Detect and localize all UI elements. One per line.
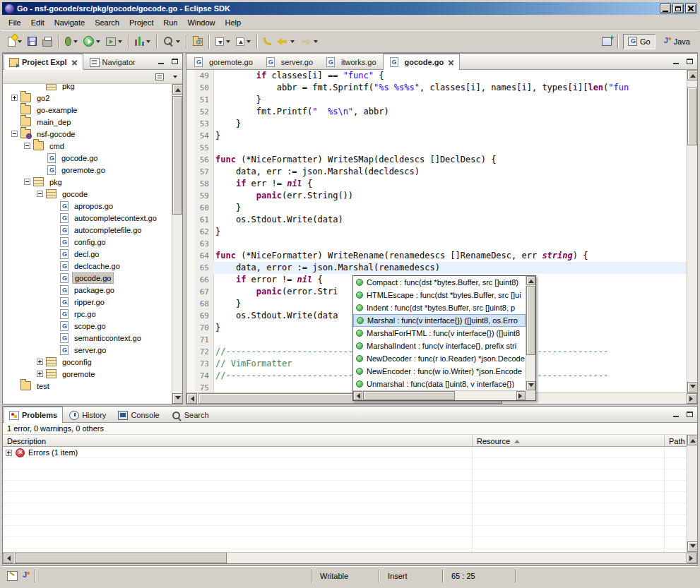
maximize-view-button[interactable]	[169, 56, 180, 66]
menu-item-project[interactable]: Project	[124, 16, 158, 29]
completion-item-compact[interactable]: Compact : func(dst *bytes.Buffer, src []…	[353, 276, 526, 289]
next-annotation-button[interactable]	[213, 33, 233, 50]
scrollbar-thumb[interactable]	[687, 88, 697, 145]
close-icon[interactable]	[448, 59, 454, 66]
tree-item-server-go[interactable]: server.go	[3, 344, 172, 356]
scroll-up-button[interactable]	[172, 84, 183, 95]
scroll-down-button[interactable]	[172, 393, 183, 404]
menu-item-help[interactable]: Help	[220, 16, 247, 29]
scroll-up-button[interactable]	[687, 70, 698, 80]
tree-item-autocompletecontext-go[interactable]: autocompletecontext.go	[3, 212, 172, 224]
scroll-left-button[interactable]	[353, 391, 362, 400]
tree-item-gocode[interactable]: gocode	[3, 188, 172, 200]
collapse-icon[interactable]	[11, 131, 18, 137]
completion-item-htmlescape[interactable]: HTMLEscape : func(dst *bytes.Buffer, src…	[353, 289, 526, 301]
menu-item-search[interactable]: Search	[90, 16, 124, 29]
menu-item-file[interactable]: File	[4, 16, 26, 29]
tree-item-rpc-go[interactable]: rpc.go	[3, 308, 172, 320]
collapse-icon[interactable]	[37, 191, 43, 197]
save-button[interactable]	[25, 33, 40, 50]
scrollbar-thumb[interactable]	[15, 553, 227, 563]
popup-hscrollbar[interactable]	[353, 390, 526, 400]
tree-item-config-go[interactable]: config.go	[3, 236, 172, 248]
completion-item-marshal[interactable]: Marshal : func(v interface{}) ([]uint8, …	[353, 314, 526, 327]
explorer-scrollbar[interactable]	[172, 84, 182, 404]
search-button[interactable]	[160, 33, 183, 50]
view-tab-history[interactable]: History	[64, 407, 112, 422]
scrollbar-thumb[interactable]	[526, 286, 535, 355]
tree-item-pkg[interactable]: pkg	[3, 84, 172, 92]
completion-item-newdecoder[interactable]: NewDecoder : func(r io.Reader) *json.Dec…	[353, 352, 526, 365]
scroll-left-button[interactable]	[3, 553, 13, 563]
tree-item-package-go[interactable]: package.go	[3, 284, 172, 296]
view-tab-problems[interactable]: Problems	[4, 407, 63, 423]
tree-item-nsf-gocode[interactable]: nsf-gocode	[3, 128, 172, 140]
tree-item-apropos-go[interactable]: apropos.go	[3, 200, 172, 212]
column-header-description[interactable]: Description	[3, 435, 473, 447]
last-edit-location-button[interactable]	[261, 33, 274, 50]
tree-item-go-example[interactable]: go-example	[3, 104, 172, 116]
column-header-path[interactable]: Path	[665, 435, 687, 447]
tree-item-gocode-go[interactable]: gocode.go	[3, 152, 172, 164]
completion-item-newencoder[interactable]: NewEncoder : func(w io.Writer) *json.Enc…	[353, 365, 526, 378]
editor-tab-server-go[interactable]: server.go	[259, 54, 319, 69]
restore-button[interactable]	[672, 4, 684, 13]
minimize-view-button[interactable]	[670, 409, 682, 419]
scrollbar-thumb[interactable]	[363, 391, 455, 400]
tree-item-cmd[interactable]: cmd	[3, 140, 172, 152]
external-tools-button[interactable]	[103, 33, 125, 50]
menu-item-window[interactable]: Window	[182, 16, 220, 29]
tree-item-ripper-go[interactable]: ripper.go	[3, 296, 172, 308]
run-button[interactable]	[81, 33, 103, 50]
maximize-editor-button[interactable]	[684, 56, 695, 66]
view-tab-project-expl[interactable]: Project Expl	[4, 54, 83, 70]
expand-icon[interactable]	[11, 95, 18, 101]
tree-item-go2[interactable]: go2	[3, 92, 172, 104]
close-icon[interactable]	[71, 59, 78, 66]
print-button[interactable]	[40, 33, 55, 50]
maximize-view-button[interactable]	[684, 409, 695, 419]
tree-item-goremote[interactable]: goremote	[3, 368, 172, 380]
column-header-resource[interactable]: Resource	[473, 435, 665, 447]
view-tab-search[interactable]: Search	[166, 407, 215, 422]
tree-item-pkg[interactable]: pkg	[3, 176, 172, 188]
completion-item-marshalforhtml[interactable]: MarshalForHTML : func(v interface{}) ([]…	[353, 327, 526, 340]
collapse-icon[interactable]	[24, 143, 30, 149]
problems-scrollbar[interactable]	[687, 435, 697, 552]
tree-item-semanticcontext-go[interactable]: semanticcontext.go	[3, 332, 172, 344]
minimize-view-button[interactable]	[155, 56, 167, 66]
close-button[interactable]	[685, 4, 696, 13]
scroll-right-button[interactable]	[687, 553, 697, 563]
tree-item-test[interactable]: test	[3, 380, 172, 392]
scrollbar-thumb[interactable]	[172, 96, 182, 215]
scroll-right-button[interactable]	[687, 393, 697, 404]
problems-hscrollbar[interactable]	[3, 552, 697, 563]
tree-item-autocompletefile-go[interactable]: autocompletefile.go	[3, 224, 172, 236]
previous-annotation-button[interactable]	[233, 33, 254, 50]
tree-item-scope-go[interactable]: scope.go	[3, 320, 172, 332]
tree-item-decl-go[interactable]: decl.go	[3, 248, 172, 260]
editor-scrollbar[interactable]	[687, 70, 697, 392]
expand-icon[interactable]	[37, 371, 43, 377]
menu-item-edit[interactable]: Edit	[26, 16, 49, 29]
java-perspective-button[interactable]: Java	[657, 34, 695, 49]
editor-tab-gocode-go[interactable]: gocode.go	[383, 54, 461, 70]
scroll-right-button[interactable]	[516, 391, 526, 400]
problems-row-errors-1-item[interactable]: Errors (1 item)	[3, 447, 687, 458]
scroll-down-button[interactable]	[687, 382, 698, 392]
tree-item-goremote-go[interactable]: goremote.go	[3, 164, 172, 176]
scroll-down-button[interactable]	[526, 381, 535, 390]
collapse-icon[interactable]	[24, 179, 30, 185]
tree-item-declcache-go[interactable]: declcache.go	[3, 260, 172, 272]
new-wizard-button[interactable]	[5, 33, 25, 50]
view-menu-button[interactable]	[168, 72, 179, 82]
open-resource-button[interactable]	[190, 33, 206, 50]
forward-button[interactable]	[297, 33, 321, 50]
coverage-button[interactable]	[132, 33, 153, 50]
go-perspective-button[interactable]: Go	[623, 34, 655, 49]
fast-view-button[interactable]	[7, 571, 18, 581]
back-button[interactable]	[274, 33, 297, 50]
open-perspective-button[interactable]	[599, 33, 615, 50]
expand-icon[interactable]	[6, 450, 12, 456]
completion-item-indent[interactable]: Indent : func(dst *bytes.Buffer, src []u…	[353, 301, 526, 314]
